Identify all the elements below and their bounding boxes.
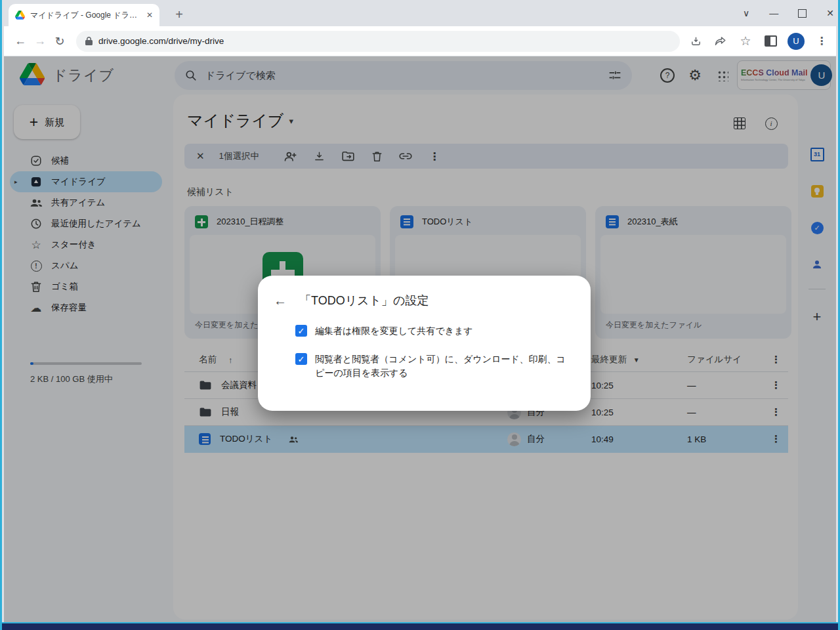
window-maximize-button[interactable] <box>798 9 807 18</box>
checkbox-label: 閲覧者と閲覧者（コメント可）に、ダウンロード、印刷、コピーの項目を表示する <box>315 352 572 380</box>
share-icon[interactable] <box>713 33 728 49</box>
url-text: drive.google.com/drive/my-drive <box>98 36 224 46</box>
browser-menu-icon[interactable]: ⋮ <box>814 33 830 49</box>
tab-close-icon[interactable]: ✕ <box>146 10 153 20</box>
checkbox-checked-icon[interactable] <box>295 325 307 337</box>
browser-toolbar: ← → ↻ drive.google.com/drive/my-drive ☆ … <box>4 26 836 56</box>
reload-icon[interactable]: ↻ <box>50 32 70 51</box>
viewers-download-option[interactable]: 閲覧者と閲覧者（コメント可）に、ダウンロード、印刷、コピーの項目を表示する <box>295 352 591 380</box>
share-settings-dialog: ← 「TODOリスト」の設定 編集者は権限を変更して共有できます 閲覧者と閲覧者… <box>258 276 591 411</box>
side-panel-icon[interactable] <box>763 33 778 49</box>
checkbox-label: 編集者は権限を変更して共有できます <box>315 324 572 338</box>
tab-title: マイドライブ - Google ドライブ <box>30 10 141 21</box>
editors-share-option[interactable]: 編集者は権限を変更して共有できます <box>295 324 591 338</box>
bookmark-star-icon[interactable]: ☆ <box>738 33 753 49</box>
download-tray-icon[interactable] <box>688 33 704 49</box>
checkbox-checked-icon[interactable] <box>295 353 307 365</box>
new-tab-button[interactable]: + <box>170 5 188 24</box>
drive-favicon-icon <box>15 10 25 20</box>
window-chevron-icon[interactable]: ∨ <box>743 8 749 18</box>
lock-icon <box>85 37 93 45</box>
dialog-title: 「TODOリスト」の設定 <box>299 293 429 308</box>
window-close-button[interactable]: ✕ <box>826 8 834 18</box>
browser-tab[interactable]: マイドライブ - Google ドライブ ✕ <box>9 4 159 26</box>
browser-avatar[interactable]: U <box>788 33 805 50</box>
forward-icon[interactable]: → <box>30 32 50 51</box>
window-bottom-frame <box>2 622 838 630</box>
address-bar[interactable]: drive.google.com/drive/my-drive <box>76 31 680 52</box>
back-icon[interactable]: ← <box>10 32 30 51</box>
tab-bar: マイドライブ - Google ドライブ ✕ + ∨ — ✕ <box>2 0 838 26</box>
dialog-back-icon[interactable]: ← <box>274 294 287 307</box>
window-minimize-button[interactable]: — <box>769 8 778 18</box>
browser-window: マイドライブ - Google ドライブ ✕ + ∨ — ✕ ← → ↻ dri… <box>0 0 840 630</box>
